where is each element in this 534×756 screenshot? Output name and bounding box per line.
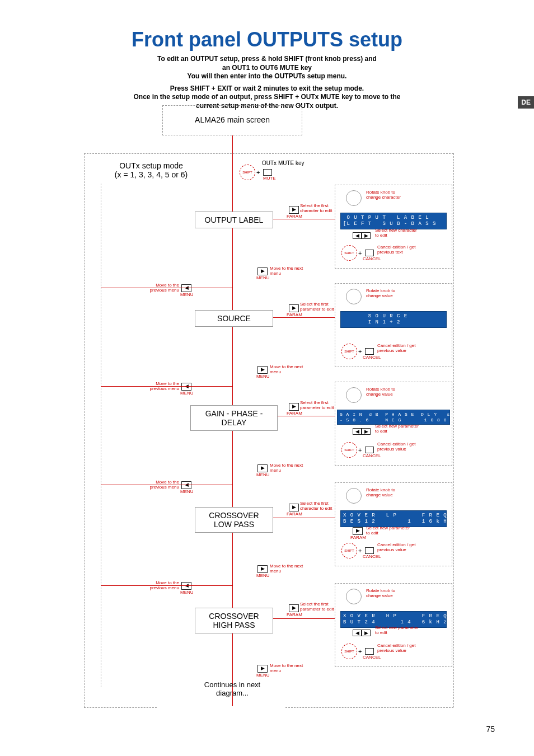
conn [273, 317, 335, 318]
param-tag: PARAM [287, 511, 302, 516]
nav-arrows-icon: ◀▶ [353, 627, 372, 633]
menu-tag: MENU [180, 391, 194, 396]
param-right-icon: ▶ [289, 403, 299, 411]
menu-left-icon: ◀ [181, 383, 191, 391]
main-screen-label: ALMA26 main screen [195, 115, 270, 124]
menu-tag: MENU [256, 374, 270, 379]
lcd-display: S O U R C E I N 1 + 2 [340, 311, 447, 328]
shift-knob-icon: SHIFT [341, 344, 357, 359]
nav-hint: Select new parameter to edit [375, 626, 420, 636]
setup-mode-line2: (x = 1, 3, 3, 4, 5 or 6) [90, 170, 213, 179]
plus-icon: + [358, 648, 362, 655]
menu-right-icon: ▶ [257, 565, 268, 573]
block-gain-phase-delay: GAIN - PHASE - DELAY [190, 405, 278, 431]
main-screen-box: ALMA26 main screen [179, 112, 285, 128]
shift-knob-icon: SHIFT [240, 165, 255, 180]
plus-icon: + [358, 547, 362, 554]
continues-label: Continues in next diagram... [190, 680, 274, 697]
menu-tag: MENU [256, 275, 270, 280]
cancel-hint: Cancel edition / get previous value [377, 644, 422, 654]
plus-icon: + [358, 250, 362, 256]
nav-arrows-icon: ◀▶ [353, 229, 372, 236]
param-hint: Select the first parameter to edit [300, 401, 337, 411]
setup-mode-line1: OUTx setup mode [90, 161, 213, 170]
param-hint: Select the first parameter to edit [300, 302, 337, 312]
move-next-hint: Move to the next menu [270, 564, 309, 574]
knob-icon [346, 589, 362, 604]
move-next-hint: Move to the next menu [270, 463, 309, 473]
plus-icon: + [358, 348, 362, 355]
instr-line: You will then enter into the OUTPUTs set… [34, 72, 500, 81]
nav-arrows-icon: ◀▶ [353, 425, 372, 432]
conn [101, 485, 232, 485]
setup-mode-label: OUTx setup mode (x = 1, 3, 3, 4, 5 or 6) [90, 161, 213, 179]
menu-tag: MENU [180, 489, 194, 494]
param-hint: Select the first character to edit [300, 501, 337, 511]
conn [273, 518, 335, 518]
cancel-hint: Cancel edition / get previous value [377, 543, 422, 553]
conn [101, 585, 232, 586]
cancel-key-icon [365, 250, 374, 256]
lcd-display: G A I N d B P H A S E D L Y s m - 5 8 . … [337, 410, 450, 425]
param-tag: PARAM [287, 411, 302, 416]
instr-line: Press SHIFT + EXIT or wait 2 minutes to … [34, 84, 500, 93]
knob-hint: Rotate knob to change value [366, 289, 411, 299]
flow-diagram: ALMA26 main screen OUTx setup mode (x = … [73, 105, 465, 710]
knob-icon [346, 289, 362, 304]
conn [273, 219, 335, 219]
param-right-icon: ▶ [289, 504, 299, 511]
prev-spine [101, 184, 101, 687]
nav-hint: Select new parameter to edit [366, 526, 411, 536]
param-tag: PARAM [287, 214, 302, 219]
param-right-icon: ▶ [289, 304, 299, 312]
knob-hint: Rotate knob to change value [366, 589, 411, 599]
cancel-tag: CANCEL [363, 453, 381, 458]
menu-tag: MENU [256, 673, 270, 678]
move-next-hint: Move to the next menu [270, 664, 309, 674]
menu-tag: MENU [256, 573, 270, 578]
cancel-hint: Cancel edition / get previous value [377, 442, 422, 452]
menu-right-icon: ▶ [257, 464, 268, 472]
cancel-hint: Cancel edition / get previous text [377, 245, 422, 255]
nav-hint: Select new character to edit [375, 228, 420, 238]
cancel-tag: CANCEL [363, 256, 381, 261]
instructions: To edit an OUTPUT setup, press & hold SH… [34, 55, 500, 111]
param-tag: PARAM [350, 535, 366, 540]
knob-hint: Rotate knob to change character [366, 190, 411, 200]
outer-left [84, 153, 85, 707]
knob-hint: Rotate knob to change value [366, 387, 411, 397]
shift-knob-icon: SHIFT [341, 442, 357, 458]
mute-tag: MUTE [263, 176, 276, 181]
param-right-icon: ▶ [289, 206, 299, 214]
outx-mute-label: OUTx MUTE key [262, 160, 305, 166]
conn [273, 618, 335, 619]
param-hint: Select the first character to edit [300, 204, 337, 214]
cancel-tag: CANCEL [363, 554, 381, 559]
conn [101, 288, 232, 288]
language-tab-de: DE [518, 96, 534, 109]
cancel-key-icon [365, 648, 374, 655]
conn [278, 416, 335, 416]
block-xover-highpass: CROSSOVER HIGH PASS [195, 608, 273, 633]
plus-icon: + [358, 447, 362, 453]
param-tag: PARAM [287, 612, 302, 617]
menu-tag: MENU [180, 590, 194, 595]
shift-knob-icon: SHIFT [341, 644, 357, 659]
cancel-hint: Cancel edition / get previous value [377, 344, 422, 354]
block-output-label: OUTPUT LABEL [195, 212, 273, 228]
conn [101, 386, 232, 387]
cancel-key-icon [365, 547, 374, 554]
param-tag: PARAM [287, 312, 302, 317]
instr-line: Once in the setup mode of an output, pre… [34, 93, 500, 102]
nav-hint: Select new parameter to edit [375, 424, 420, 434]
menu-left-icon: ◀ [181, 582, 191, 590]
shift-knob-icon: SHIFT [341, 245, 357, 261]
menu-tag: MENU [180, 292, 194, 297]
knob-hint: Rotate knob to change value [366, 488, 411, 498]
cancel-tag: CANCEL [363, 355, 381, 360]
knob-icon [346, 387, 362, 403]
shift-knob-icon: SHIFT [341, 543, 357, 558]
outer-bottom-r [285, 707, 453, 708]
move-next-hint: Move to the next menu [270, 266, 309, 276]
menu-tag: MENU [256, 472, 270, 477]
